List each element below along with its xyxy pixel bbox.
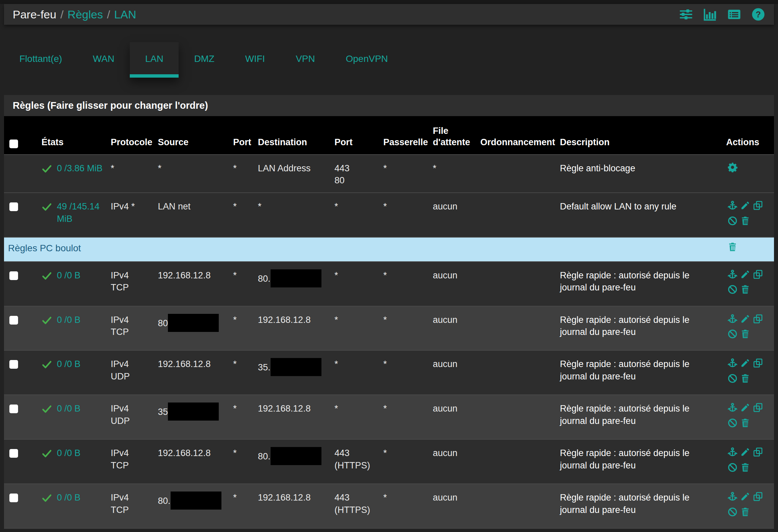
trash-icon[interactable]	[727, 242, 737, 252]
copy-icon[interactable]	[753, 358, 763, 368]
rule-row[interactable]: 0 /0 BIPv4 TCP80*192.168.12.8**aucunRègl…	[4, 306, 774, 351]
edit-icon[interactable]	[740, 314, 750, 324]
rule-row[interactable]: 0 /3.86 MiB***LAN Address443 80**Règle a…	[4, 155, 774, 193]
sliders-icon[interactable]	[679, 7, 693, 21]
trash-icon[interactable]	[740, 216, 750, 226]
trash-icon[interactable]	[740, 507, 750, 517]
anchor-icon[interactable]	[727, 314, 737, 324]
states-value[interactable]: 49 /145.14 MiB	[57, 201, 104, 225]
states-value[interactable]: 0 /0 B	[57, 358, 81, 370]
trash-icon[interactable]	[740, 418, 750, 428]
cell-description: Règle rapide : autorisé depuis le journa…	[556, 350, 722, 395]
tab-vpn[interactable]: VPN	[280, 42, 330, 78]
anchor-icon[interactable]	[727, 269, 737, 279]
column-header: File d'attente	[429, 116, 476, 155]
states-value[interactable]: 0 /0 B	[57, 314, 81, 326]
anchor-icon[interactable]	[727, 447, 737, 457]
help-icon[interactable]: ?	[751, 7, 765, 21]
states-value[interactable]: 0 /3.86 MiB	[57, 162, 103, 174]
copy-icon[interactable]	[753, 491, 763, 502]
rule-row[interactable]: 0 /0 BIPv4 TCP192.168.12.8*80.**aucunRèg…	[4, 262, 774, 306]
anchor-icon[interactable]	[727, 358, 737, 368]
select-all-checkbox[interactable]	[9, 140, 18, 148]
copy-icon[interactable]	[753, 447, 763, 457]
copy-icon[interactable]	[753, 314, 763, 324]
row-checkbox[interactable]	[9, 316, 18, 324]
breadcrumb-link-lan[interactable]: LAN	[114, 8, 136, 21]
cell-schedule	[476, 350, 556, 395]
ban-icon[interactable]	[727, 462, 737, 472]
rules-panel: Règles (Faire glisser pour changer l'ord…	[4, 95, 774, 529]
ban-icon[interactable]	[727, 216, 737, 226]
separator-label: Règles PC boulot	[8, 243, 81, 253]
separator-row[interactable]: Règles PC boulot	[4, 237, 774, 261]
cell-gateway: *	[379, 439, 429, 484]
cell-protocol: IPv4 UDP	[107, 395, 154, 439]
rule-row[interactable]: 0 /0 BIPv4 TCP192.168.12.8*80.443 (HTTPS…	[4, 439, 774, 484]
states-value[interactable]: 0 /0 B	[57, 447, 81, 459]
copy-icon[interactable]	[753, 201, 763, 211]
separator-label-cell: Règles PC boulot	[4, 237, 722, 261]
row-checkbox[interactable]	[9, 404, 18, 413]
rule-row[interactable]: 49 /145.14 MiBIPv4 *LAN net****aucunDefa…	[4, 193, 774, 237]
log-icon[interactable]	[727, 7, 741, 21]
copy-icon[interactable]	[753, 402, 763, 412]
tab-flottant-e-[interactable]: Flottant(e)	[4, 42, 78, 78]
column-header: Passerelle	[379, 116, 429, 155]
row-checkbox[interactable]	[9, 449, 18, 458]
copy-icon[interactable]	[753, 269, 763, 279]
row-checkbox[interactable]	[9, 493, 18, 502]
edit-icon[interactable]	[740, 201, 750, 211]
trash-icon[interactable]	[740, 284, 750, 294]
cell-states: 0 /0 B	[37, 350, 107, 395]
edit-icon[interactable]	[740, 491, 750, 502]
cell-description: Règle rapide : autorisé depuis le journa…	[556, 262, 722, 306]
anchor-icon[interactable]	[727, 201, 737, 211]
trash-icon[interactable]	[740, 329, 750, 339]
redaction-box	[270, 269, 321, 287]
states-value[interactable]: 0 /0 B	[57, 269, 81, 281]
tab-openvpn[interactable]: OpenVPN	[330, 42, 403, 78]
trash-icon[interactable]	[740, 462, 750, 472]
cell-source: 35	[154, 395, 229, 439]
cell-actions	[722, 350, 774, 395]
ban-icon[interactable]	[727, 284, 737, 294]
gear-icon[interactable]	[727, 162, 737, 172]
cell-source-port: *	[229, 350, 254, 395]
states-value[interactable]: 0 /0 B	[57, 402, 81, 414]
rule-row[interactable]: 0 /0 BIPv4 UDP35*192.168.12.8**aucunRègl…	[4, 395, 774, 439]
edit-icon[interactable]	[740, 269, 750, 279]
row-checkbox[interactable]	[9, 271, 18, 280]
bar-chart-icon[interactable]	[703, 7, 717, 21]
cell-select	[4, 193, 37, 237]
tab-wifi[interactable]: WIFI	[230, 42, 280, 78]
cell-select	[4, 155, 37, 193]
breadcrumb-link-règles[interactable]: Règles	[68, 8, 103, 21]
ban-icon[interactable]	[727, 373, 737, 383]
anchor-icon[interactable]	[727, 491, 737, 502]
ban-icon[interactable]	[727, 507, 737, 517]
anchor-icon[interactable]	[727, 402, 737, 412]
rule-row[interactable]: 0 /0 BIPv4 TCP80.*192.168.12.8443 (HTTPS…	[4, 484, 774, 528]
tab-dmz[interactable]: DMZ	[179, 42, 230, 78]
tab-lan[interactable]: LAN	[130, 42, 179, 78]
cell-description: Règle rapide : autorisé depuis le journa…	[556, 395, 722, 439]
rule-row[interactable]: 0 /0 BIPv4 UDP192.168.12.8*35.**aucunRèg…	[4, 350, 774, 395]
cell-gateway: *	[379, 350, 429, 395]
states-value[interactable]: 0 /0 B	[57, 491, 81, 504]
check-icon	[42, 202, 52, 225]
edit-icon[interactable]	[740, 447, 750, 457]
edit-icon[interactable]	[740, 358, 750, 368]
trash-icon[interactable]	[740, 373, 750, 383]
ban-icon[interactable]	[727, 418, 737, 428]
cell-destination: 80.	[254, 439, 330, 484]
row-checkbox[interactable]	[9, 203, 18, 211]
breadcrumb-bar: Pare-feu / Règles / LAN ?	[4, 4, 774, 25]
ban-icon[interactable]	[727, 329, 737, 339]
cell-queue: *	[429, 155, 476, 193]
row-checkbox[interactable]	[9, 360, 18, 369]
tab-wan[interactable]: WAN	[78, 42, 130, 78]
edit-icon[interactable]	[740, 402, 750, 412]
cell-source-port: *	[229, 439, 254, 484]
breadcrumb-separator: /	[60, 8, 63, 21]
